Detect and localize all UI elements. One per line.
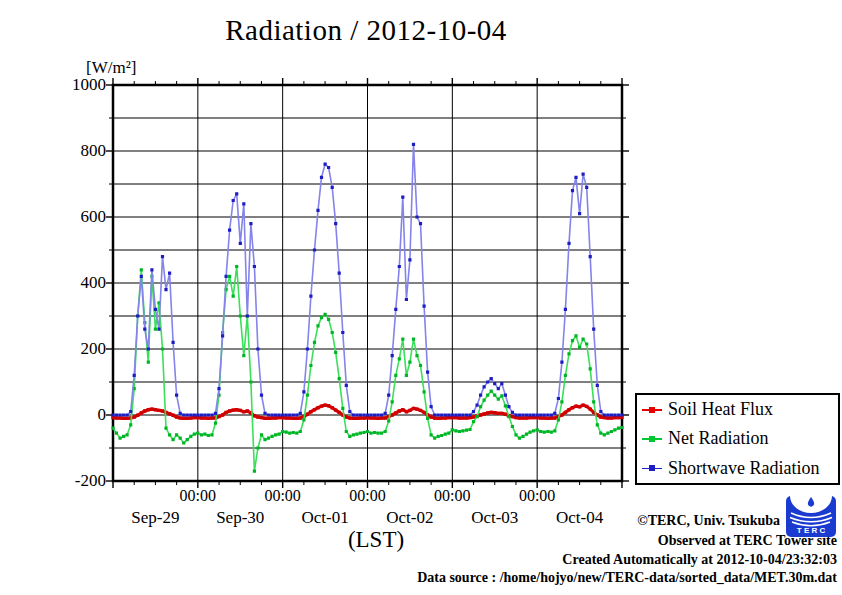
net-radiation-marker-icon	[642, 434, 662, 443]
terc-logo-text: T E R C	[797, 526, 826, 535]
x-date-label: Sep-29	[113, 508, 197, 528]
x-date-label: Oct-04	[538, 508, 622, 528]
legend-item-shortwave-radiation: Shortwave Radiation	[637, 454, 838, 483]
x-time-tick-label: 00:00	[420, 487, 484, 505]
y-tick-label: 1000	[40, 75, 106, 95]
x-time-tick-label: 00:00	[166, 487, 230, 505]
shortwave-radiation-marker-icon	[642, 464, 662, 473]
y-tick-label: -200	[40, 471, 106, 491]
legend-item-soil-heat-flux: Soil Heat Flux	[637, 395, 838, 424]
legend-label: Soil Heat Flux	[668, 399, 773, 420]
soil-heat-flux-marker-icon	[642, 405, 662, 414]
y-tick-label: 800	[40, 141, 106, 161]
plot-area	[0, 0, 842, 595]
x-date-label: Oct-03	[453, 508, 537, 528]
y-tick-label: 200	[40, 339, 106, 359]
legend-label: Shortwave Radiation	[668, 458, 819, 479]
y-tick-label: 400	[40, 273, 106, 293]
x-date-label: Oct-01	[283, 508, 367, 528]
y-tick-label: 0	[40, 405, 106, 425]
terc-logo-icon: T E R C	[786, 496, 836, 537]
x-date-label: Sep-30	[198, 508, 282, 528]
x-time-tick-label: 00:00	[505, 487, 569, 505]
created-timestamp-text: Created Automatically at 2012-10-04/23:3…	[562, 552, 837, 568]
legend-item-net-radiation: Net Radiation	[637, 424, 838, 453]
x-time-tick-label: 00:00	[336, 487, 400, 505]
y-tick-label: 600	[40, 207, 106, 227]
legend-box: Soil Heat Flux Net Radiation Shortwave R…	[635, 393, 840, 485]
data-source-text: Data source : /home/hojyo/new/TERC-data/…	[417, 570, 837, 586]
radiation-chart: Radiation / 2012-10-04 [W/m²] 1000800600…	[0, 0, 842, 595]
x-axis-label: (LST)	[330, 527, 422, 553]
legend-label: Net Radiation	[668, 428, 768, 449]
x-time-tick-label: 00:00	[251, 487, 315, 505]
x-date-label: Oct-02	[368, 508, 452, 528]
copyright-text: ©TERC, Univ. Tsukuba	[637, 513, 780, 529]
